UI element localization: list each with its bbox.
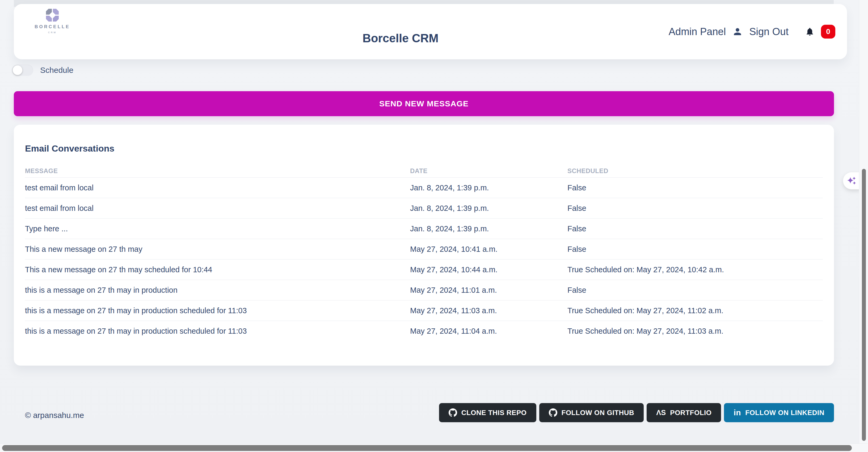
cell-date: May 27, 2024, 10:44 a.m. bbox=[410, 265, 567, 274]
table-header-row: MESSAGE DATE SCHEDULED bbox=[25, 164, 823, 177]
portfolio-button[interactable]: ΛS PORTFOLIO bbox=[647, 403, 721, 422]
cell-date: May 27, 2024, 11:03 a.m. bbox=[410, 306, 567, 315]
header-nav: Admin Panel Sign Out 0 bbox=[669, 4, 835, 59]
column-header-date: DATE bbox=[410, 167, 567, 175]
cell-scheduled: False bbox=[567, 286, 823, 295]
logo-brand-text: BORCELLE bbox=[32, 24, 72, 30]
cell-scheduled: False bbox=[567, 224, 823, 233]
cell-message: This a new message on 27 th may schedule… bbox=[25, 265, 410, 274]
cell-scheduled: False bbox=[567, 183, 823, 192]
follow-github-button[interactable]: FOLLOW ON GITHUB bbox=[539, 403, 644, 422]
cell-message: this is a message on 27 th may in produc… bbox=[25, 327, 410, 335]
table-row: test email from local Jan. 8, 2024, 1:39… bbox=[25, 198, 823, 218]
brand-logo: BORCELLE CRM bbox=[32, 9, 72, 34]
button-label: PORTFOLIO bbox=[670, 409, 711, 417]
footer-buttons: CLONE THIS REPO FOLLOW ON GITHUB ΛS PORT… bbox=[439, 403, 834, 422]
table-row: This a new message on 27 th may May 27, … bbox=[25, 239, 823, 259]
cell-scheduled: True Scheduled on: May 27, 2024, 10:42 a… bbox=[567, 265, 823, 274]
send-new-message-button[interactable]: SEND NEW MESSAGE bbox=[14, 91, 834, 116]
cell-date: May 27, 2024, 11:01 a.m. bbox=[410, 286, 567, 295]
table-row: Type here ... Jan. 8, 2024, 1:39 p.m. Fa… bbox=[25, 218, 823, 239]
vertical-scrollbar-thumb[interactable] bbox=[862, 169, 866, 441]
follow-linkedin-button[interactable]: in FOLLOW ON LINKEDIN bbox=[724, 403, 834, 422]
cell-message: Type here ... bbox=[25, 224, 410, 233]
cell-message: This a new message on 27 th may bbox=[25, 245, 410, 254]
table-row: this is a message on 27 th may in produc… bbox=[25, 280, 823, 300]
logo-mark-icon bbox=[46, 9, 59, 22]
section-title: Email Conversations bbox=[25, 143, 114, 154]
cell-date: May 27, 2024, 11:04 a.m. bbox=[410, 327, 567, 335]
schedule-toggle-knob[interactable] bbox=[13, 65, 22, 75]
cell-message: test email from local bbox=[25, 204, 410, 213]
page: BORCELLE CRM Borcelle CRM Admin Panel Si… bbox=[0, 0, 868, 452]
github-icon bbox=[549, 409, 557, 417]
column-header-message: MESSAGE bbox=[25, 167, 410, 175]
as-monogram-icon: ΛS bbox=[656, 409, 666, 417]
table-body: test email from local Jan. 8, 2024, 1:39… bbox=[25, 177, 823, 341]
cell-date: Jan. 8, 2024, 1:39 p.m. bbox=[410, 224, 567, 233]
cell-date: May 27, 2024, 10:41 a.m. bbox=[410, 245, 567, 254]
linkedin-icon: in bbox=[734, 408, 741, 417]
button-label: FOLLOW ON LINKEDIN bbox=[745, 409, 825, 417]
vertical-scrollbar-track[interactable] bbox=[859, 0, 868, 444]
horizontal-scrollbar-thumb[interactable] bbox=[2, 445, 852, 451]
clone-repo-button[interactable]: CLONE THIS REPO bbox=[439, 403, 536, 422]
schedule-label: Schedule bbox=[40, 66, 73, 75]
cell-scheduled: True Scheduled on: May 27, 2024, 11:03 a… bbox=[567, 327, 823, 335]
copyright-text: © arpansahu.me bbox=[25, 411, 84, 420]
table-row: This a new message on 27 th may schedule… bbox=[25, 259, 823, 280]
logo-tagline: CRM bbox=[32, 31, 72, 34]
cell-message: this is a message on 27 th may in produc… bbox=[25, 306, 410, 315]
page-title: Borcelle CRM bbox=[363, 32, 438, 45]
button-label: FOLLOW ON GITHUB bbox=[562, 409, 634, 417]
cell-scheduled: False bbox=[567, 245, 823, 254]
cell-scheduled: True Scheduled on: May 27, 2024, 11:02 a… bbox=[567, 306, 823, 315]
header-bar: BORCELLE CRM Borcelle CRM Admin Panel Si… bbox=[14, 4, 847, 59]
cell-message: this is a message on 27 th may in produc… bbox=[25, 286, 410, 295]
cell-date: Jan. 8, 2024, 1:39 p.m. bbox=[410, 204, 567, 213]
schedule-toggle[interactable] bbox=[12, 65, 33, 76]
table-row: test email from local Jan. 8, 2024, 1:39… bbox=[25, 177, 823, 198]
column-header-scheduled: SCHEDULED bbox=[567, 167, 823, 175]
sparkles-icon bbox=[846, 175, 857, 186]
table-row: this is a message on 27 th may in produc… bbox=[25, 321, 823, 341]
assistant-tab[interactable] bbox=[843, 172, 861, 189]
horizontal-scrollbar-track[interactable] bbox=[0, 444, 868, 452]
cell-scheduled: False bbox=[567, 204, 823, 213]
table-row: this is a message on 27 th may in produc… bbox=[25, 300, 823, 321]
button-label: CLONE THIS REPO bbox=[461, 409, 527, 417]
github-icon bbox=[448, 409, 457, 417]
user-icon[interactable] bbox=[732, 26, 743, 37]
email-conversations-card: Email Conversations MESSAGE DATE SCHEDUL… bbox=[14, 125, 834, 366]
admin-panel-link[interactable]: Admin Panel bbox=[669, 26, 726, 37]
bell-icon[interactable] bbox=[805, 27, 814, 36]
cell-message: test email from local bbox=[25, 183, 410, 192]
notification-count-badge: 0 bbox=[821, 25, 835, 38]
schedule-row: Schedule bbox=[12, 65, 73, 76]
cell-date: Jan. 8, 2024, 1:39 p.m. bbox=[410, 183, 567, 192]
sign-out-link[interactable]: Sign Out bbox=[749, 26, 788, 37]
